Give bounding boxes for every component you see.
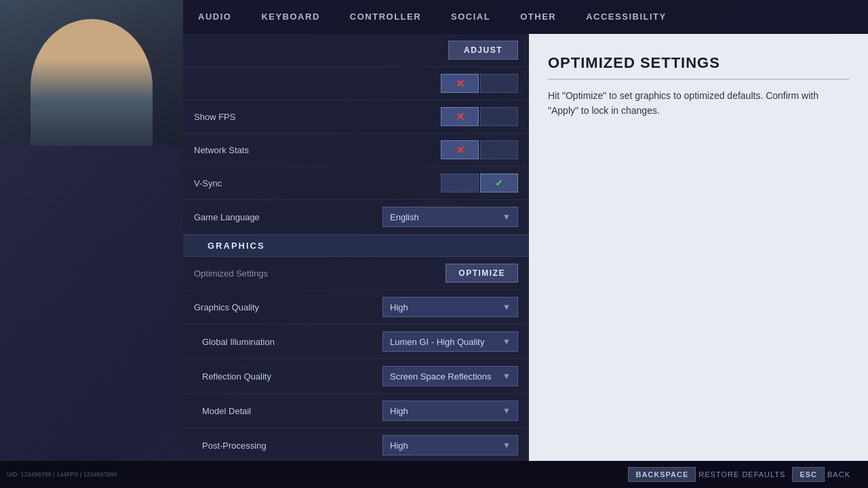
network-stats-toggle-right[interactable] [480,140,518,159]
optimized-settings-row: Optimized Settings OPTIMIZE [183,257,529,290]
reflection-quality-dropdown[interactable]: Screen Space Reflections ▼ [382,366,518,386]
nav-other[interactable]: OTHER [505,0,571,34]
network-stats-toggle-group: ✕ [441,140,518,159]
backspace-key[interactable]: BACKSPACE [628,467,696,482]
nav-audio[interactable]: AUDIO [183,0,246,34]
nav-accessibility[interactable]: ACCESSIBILITY [571,0,681,34]
network-stats-row: Network Stats ✕ [183,134,529,167]
post-processing-chevron-down-icon: ▼ [502,441,511,450]
global-illumination-row: Global Illumination Lumen GI - High Qual… [183,325,529,359]
network-stats-toggle-x[interactable]: ✕ [441,140,479,159]
vsync-row: V-Sync ✓ [183,167,529,200]
debug-info: UID: 123456789 | 144FPS | 1234567890 [7,471,117,478]
back-label: BACK [827,470,850,479]
model-detail-label: Model Detail [202,406,251,416]
right-panel-title: OPTIMIZED SETTINGS [548,54,849,80]
optimized-settings-label: Optimized Settings [194,268,268,279]
right-info-panel: OPTIMIZED SETTINGS Hit "Optimize" to set… [529,34,868,461]
reflection-quality-value: Screen Space Reflections [390,371,498,382]
adjust-button[interactable]: ADJUST [448,41,518,60]
nav-keyboard[interactable]: KEYBOARD [246,0,334,34]
graphics-quality-chevron-down-icon: ▼ [502,302,511,312]
vsync-label: V-Sync [194,178,222,188]
global-illumination-value: Lumen GI - High Quality [390,337,498,347]
graphics-quality-label: Graphics Quality [194,302,259,312]
show-fps-toggle-group: ✕ [441,107,518,126]
game-language-dropdown[interactable]: English ▼ [382,207,518,227]
game-language-value: English [390,212,498,222]
vsync-toggle-group: ✓ [441,174,518,192]
vsync-off-btn[interactable] [441,174,479,192]
webcam-overlay [0,0,183,146]
post-processing-label: Post-Processing [202,441,267,451]
restore-defaults-label: RESTORE DEFAULTS [698,470,785,479]
model-detail-row: Model Detail High ▼ [183,394,529,428]
nav-social[interactable]: SOCIAL [436,0,505,34]
settings-panel: ADJUST ✕ Show FPS ✕ Network Stats ✕ [183,34,529,461]
game-language-row: Game Language English ▼ [183,200,529,235]
graphics-quality-dropdown[interactable]: High ▼ [382,297,518,317]
top-navigation: AUDIO KEYBOARD CONTROLLER SOCIAL OTHER A… [183,0,868,34]
right-panel-description: Hit "Optimize" to set graphics to optimi… [548,88,849,119]
graphics-section-header: GRAPHICS [183,235,529,257]
game-language-label: Game Language [194,212,260,222]
post-processing-dropdown[interactable]: High ▼ [382,435,518,455]
show-fps-toggle-right[interactable] [480,107,518,126]
graphics-quality-row: Graphics Quality High ▼ [183,290,529,325]
esc-key[interactable]: ESC [792,467,825,482]
model-detail-dropdown[interactable]: High ▼ [382,401,518,421]
unknown-toggle-row: ✕ [183,67,529,100]
optimize-button[interactable]: OPTIMIZE [446,264,518,283]
post-processing-row: Post-Processing High ▼ [183,428,529,461]
graphics-quality-value: High [390,302,498,312]
unknown-toggle-group: ✕ [441,74,518,93]
reflection-quality-label: Reflection Quality [202,371,271,382]
nav-controller[interactable]: CONTROLLER [335,0,436,34]
post-processing-value: High [390,441,498,451]
reflection-quality-row: Reflection Quality Screen Space Reflecti… [183,359,529,394]
reflection-quality-chevron-down-icon: ▼ [502,371,511,381]
global-illumination-dropdown[interactable]: Lumen GI - High Quality ▼ [382,331,518,352]
language-chevron-down-icon: ▼ [502,212,511,222]
show-fps-row: Show FPS ✕ [183,100,529,134]
vsync-on-btn[interactable]: ✓ [480,174,518,192]
graphics-section-title: GRAPHICS [208,241,265,251]
global-illumination-chevron-down-icon: ▼ [502,337,511,346]
adjust-row: ADJUST [183,34,529,67]
global-illumination-label: Global Illumination [202,337,275,347]
network-stats-label: Network Stats [194,145,249,155]
model-detail-value: High [390,406,498,416]
bottom-bar: UID: 123456789 | 144FPS | 1234567890 BAC… [0,461,868,488]
unknown-toggle-right[interactable] [480,74,518,93]
show-fps-label: Show FPS [194,112,235,122]
unknown-toggle-x[interactable]: ✕ [441,74,479,93]
model-detail-chevron-down-icon: ▼ [502,406,511,415]
show-fps-toggle-x[interactable]: ✕ [441,107,479,126]
